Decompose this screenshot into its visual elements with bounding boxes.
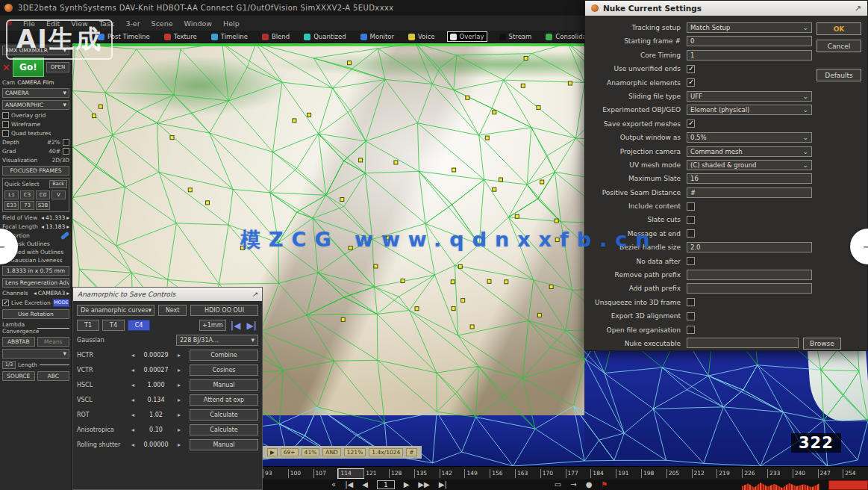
unverified-ends-checkbox[interactable] (687, 65, 695, 73)
param-increment[interactable]: ▸ (178, 352, 181, 359)
add-path-prefix-field[interactable] (687, 283, 812, 294)
jump-back-button[interactable]: « (331, 480, 336, 489)
param-decrement[interactable]: ◂ (131, 427, 134, 433)
anamorphic-panel-header[interactable]: Anamorphic to Save Controls ↗ (73, 288, 262, 301)
output-window-select[interactable]: 0.5%⌄ (687, 132, 812, 143)
param-action-button[interactable]: Manual (190, 379, 258, 391)
param-increment[interactable]: ▸ (178, 397, 181, 403)
viewer-mini-button[interactable]: 121% (344, 448, 366, 456)
param-action-button[interactable]: Attend at exp (190, 394, 258, 406)
timeline-tick[interactable]: 163 (515, 469, 540, 478)
play-button[interactable]: ▶ (404, 480, 410, 489)
ok-button[interactable]: OK (817, 22, 861, 35)
timeline-tick[interactable]: 254 (843, 469, 868, 478)
message-at-end-checkbox[interactable] (687, 229, 695, 238)
record-button[interactable]: ● (586, 480, 593, 489)
param-decrement[interactable]: ◂ (131, 441, 134, 448)
toolbar-button[interactable]: Quantized (302, 32, 348, 41)
quick-select-button[interactable]: 73 (20, 201, 34, 210)
browse-button[interactable]: Browse (803, 338, 841, 350)
param-decrement[interactable]: ◂ (131, 397, 134, 403)
filmback-size-button[interactable]: 1.8333 in x 0.75 mm (2, 266, 69, 276)
param-decrement[interactable]: ◂ (131, 367, 134, 373)
lens-tab[interactable]: C4 (128, 320, 150, 331)
lens-tab[interactable]: T1 (77, 320, 99, 331)
menu-item[interactable]: 3-er (125, 19, 140, 28)
live-checkbox[interactable] (2, 300, 9, 306)
quick-select-button[interactable]: S3B (36, 201, 50, 210)
toolbar-button[interactable]: Timeline (209, 32, 250, 41)
seam-distance-field[interactable]: # (687, 187, 812, 198)
unsqueeze-checkbox[interactable] (687, 298, 695, 306)
viewer-mini-button[interactable]: ▶ (267, 448, 278, 456)
param-increment[interactable]: ▸ (178, 412, 181, 418)
expand-icon[interactable]: ↗ (252, 291, 257, 298)
means-button[interactable]: Means (37, 337, 70, 347)
timeline-tick[interactable]: 226 (742, 469, 767, 478)
close-icon[interactable]: ✕ (2, 63, 10, 72)
wrench-icon[interactable] (60, 232, 69, 241)
timeline-tick[interactable]: 191 (616, 469, 641, 478)
quick-select-button[interactable]: C0 (36, 190, 50, 199)
third-button[interactable]: 1/3 (2, 361, 16, 369)
param-action-button[interactable]: Cosines (190, 365, 258, 376)
lambda-slider[interactable] (37, 328, 69, 329)
bezier-handle-size-field[interactable]: 2.0 (687, 242, 812, 252)
toolbar-button[interactable]: Overlay (447, 31, 487, 42)
viewer-mini-button[interactable]: AND (322, 448, 341, 456)
toolbar-button[interactable]: Texture (162, 32, 199, 41)
open-button[interactable]: OPEN (46, 62, 69, 72)
timeline-tick[interactable]: 240 (793, 469, 818, 478)
obj-geo-select[interactable]: Element (physical)⌄ (687, 105, 812, 115)
focal-increment[interactable]: ▸ (66, 223, 69, 230)
current-frame-field[interactable]: 1 (377, 480, 395, 489)
param-value[interactable]: 0.134 (137, 397, 175, 403)
viewer-mini-button[interactable]: # (406, 448, 416, 456)
anamorphic-elements-checkbox[interactable] (687, 78, 695, 87)
timeline-tick[interactable]: 177 (566, 469, 591, 478)
mode-button[interactable]: MODE (53, 299, 69, 307)
next-button[interactable]: Next (158, 305, 187, 316)
param-value[interactable]: 0.00000 (137, 441, 175, 448)
timeline-tick[interactable]: 198 (641, 469, 666, 478)
toolbar-button[interactable]: Voice (406, 32, 437, 41)
fov-decrement[interactable]: ◂ (41, 214, 44, 221)
fov-increment[interactable]: ▸ (66, 214, 69, 221)
mode-select[interactable]: ANAMORPHIC ▾ (2, 100, 69, 110)
timeline-tick[interactable]: 170 (540, 469, 566, 478)
timeline-tick[interactable]: 247 (818, 469, 843, 478)
option-checkbox[interactable] (2, 121, 9, 128)
no-data-after-checkbox[interactable] (687, 257, 695, 265)
starting-frame-field[interactable]: 0 (687, 36, 812, 46)
back-button[interactable]: Back (49, 180, 67, 188)
param-value[interactable]: 1.000 (137, 382, 175, 388)
timeline-tick[interactable]: 149 (464, 469, 490, 478)
save-meshes-checkbox[interactable] (687, 120, 695, 128)
timeline-ruler[interactable]: 9310010711412112813514214915616317017718… (263, 466, 868, 480)
timeline-tick[interactable]: 114 (338, 469, 363, 478)
channel-prev[interactable]: ◂ (34, 290, 37, 297)
use-rotation-button[interactable]: Use Rotation (2, 309, 69, 319)
param-increment[interactable]: ▸ (178, 427, 181, 433)
cancel-button[interactable]: Cancel (817, 40, 861, 52)
length-slider[interactable] (40, 365, 69, 365)
focal-decrement[interactable]: ◂ (41, 223, 44, 230)
timeline-tick[interactable]: 142 (440, 469, 465, 478)
source-button[interactable]: SOURCE (2, 371, 35, 381)
nuke-executable-field[interactable] (687, 338, 799, 348)
param-value[interactable]: 0.00027 (137, 367, 175, 373)
stop-button[interactable]: ▭ (555, 480, 561, 489)
lens-model-select[interactable]: Lens Regeneration Adv ▾ (2, 278, 69, 288)
param-increment[interactable]: ▸ (178, 367, 181, 373)
go-end-button[interactable]: ▶| (439, 480, 447, 489)
timeline-tick[interactable]: 128 (389, 469, 414, 478)
remove-path-prefix-field[interactable] (687, 270, 812, 280)
toolbar-button[interactable]: Stream (497, 32, 534, 41)
open-file-organisation-checkbox[interactable] (687, 326, 695, 334)
abc-button[interactable]: ABC (37, 371, 70, 381)
timeline-tick[interactable]: 212 (692, 469, 717, 478)
menu-item[interactable]: Help (223, 19, 240, 28)
timeline-tick[interactable]: 107 (313, 469, 339, 478)
tracking-setup-select[interactable]: Match Setup⌄ (687, 22, 812, 33)
timeline-tick[interactable]: 100 (288, 469, 313, 478)
